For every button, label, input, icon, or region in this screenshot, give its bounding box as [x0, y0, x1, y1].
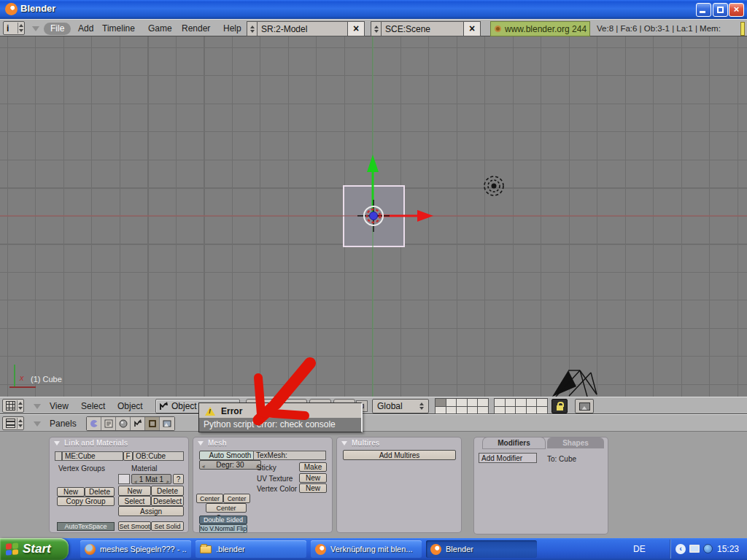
mesh-browse-button[interactable] [55, 451, 62, 461]
panel-header[interactable]: Multires [337, 438, 461, 448]
assign-button[interactable]: Assign [118, 506, 184, 516]
center-new-button[interactable]: Center New [223, 494, 250, 503]
menu-object[interactable]: Object [117, 397, 143, 415]
language-indicator[interactable]: DE [633, 538, 646, 560]
material-delete-button[interactable]: Delete [151, 486, 184, 496]
menu-select[interactable]: Select [81, 397, 105, 415]
deselect-button[interactable]: Deselect [151, 496, 184, 506]
task-shortcut[interactable]: Verknüpfung mit blen... [311, 540, 422, 558]
add-modifier-button[interactable]: Add Modifier [479, 453, 537, 463]
render-preview-button[interactable] [575, 399, 594, 413]
layer-button[interactable] [495, 399, 505, 406]
object-context-button[interactable] [131, 417, 145, 430]
shading-context-button[interactable] [116, 417, 131, 430]
double-sided-toggle[interactable]: Double Sided [199, 516, 247, 524]
screen-browse-button[interactable] [247, 21, 258, 36]
auto-smooth-toggle[interactable]: Auto Smooth [199, 451, 261, 460]
screen-delete-button[interactable]: × [348, 21, 365, 36]
menu-render[interactable]: Render [182, 20, 210, 37]
material-query-button[interactable]: ? [173, 474, 184, 484]
tray-app-icon[interactable] [703, 544, 713, 553]
fake-user-button[interactable]: F [123, 451, 133, 461]
panel-header[interactable]: Link and Materials [50, 438, 188, 448]
viewport-type-button[interactable] [2, 399, 24, 413]
layer-button[interactable] [495, 407, 505, 414]
orientation-dropdown[interactable]: Global [372, 399, 429, 413]
start-button[interactable]: Start [0, 538, 69, 560]
layer-button[interactable] [436, 399, 446, 406]
task-firefox[interactable]: meshes Spiegeln??? - ... [80, 540, 191, 558]
tab-shapes[interactable]: Shapes [547, 438, 604, 448]
layer-button[interactable] [527, 407, 537, 414]
layer-button[interactable] [446, 399, 457, 406]
layer-button[interactable] [436, 407, 446, 414]
panels-menu[interactable]: Panels [50, 415, 77, 432]
layer-button[interactable] [537, 399, 547, 406]
material-stepper[interactable]: ◂1 Mat 1▸ [131, 474, 171, 484]
script-context-button[interactable] [101, 417, 116, 430]
menu-add[interactable]: Add [78, 20, 93, 37]
uv-new-button[interactable]: New [299, 473, 327, 483]
vcol-new-button[interactable]: New [299, 483, 327, 493]
layer-button[interactable] [506, 399, 516, 406]
autotexspace-toggle[interactable]: AutoTexSpace [57, 522, 115, 531]
3d-viewport[interactable]: x (1) Cube [0, 36, 747, 397]
copy-group-button[interactable]: Copy Group [57, 497, 115, 506]
layer-button[interactable] [468, 407, 478, 414]
screen-name-field[interactable]: SR:2-Model [258, 21, 348, 36]
set-solid-button[interactable]: Set Solid [151, 521, 184, 531]
panel-header[interactable]: Mesh [193, 438, 332, 448]
menu-game[interactable]: Game [148, 20, 172, 37]
menu-view[interactable]: View [50, 397, 69, 415]
minimize-button[interactable] [696, 3, 711, 17]
lock-layers-button[interactable] [551, 399, 568, 413]
layer-button[interactable] [506, 407, 516, 414]
object-name-field[interactable]: OB:Cube [133, 451, 184, 461]
texmesh-field[interactable]: TexMesh: [253, 451, 326, 460]
task-folder[interactable]: .blender [196, 540, 306, 558]
layer-button[interactable] [468, 399, 478, 406]
header-collapse-icon[interactable] [34, 404, 41, 409]
window-type-button[interactable]: i [3, 21, 25, 35]
layer-button[interactable] [478, 399, 488, 406]
version-badge[interactable]: www.blender.org 244 [490, 21, 590, 36]
tray-collapse-icon[interactable]: ‹ [676, 544, 686, 554]
menu-timeline[interactable]: Timeline [102, 20, 135, 37]
menu-help[interactable]: Help [223, 20, 241, 37]
cube-object[interactable] [343, 185, 405, 247]
material-new-button[interactable]: New [118, 486, 151, 496]
vgroup-delete-button[interactable]: Delete [85, 487, 115, 497]
header-collapse-icon[interactable] [32, 26, 39, 31]
layer-button[interactable] [516, 407, 526, 414]
menu-file[interactable]: File [44, 23, 71, 35]
layer-button[interactable] [457, 407, 467, 414]
layer-button[interactable] [446, 407, 457, 414]
layer-button[interactable] [537, 407, 547, 414]
task-blender-active[interactable]: Blender [426, 540, 537, 558]
scene-name-field[interactable]: SCE:Scene [382, 21, 464, 36]
tab-modifiers[interactable]: Modifiers [483, 438, 545, 448]
buttons-type-stepper[interactable] [17, 418, 23, 429]
material-color-swatch[interactable] [118, 474, 130, 484]
layer-button[interactable] [527, 399, 537, 406]
layer-button[interactable] [457, 399, 467, 406]
add-multires-button[interactable]: Add Multires [343, 450, 456, 460]
logic-context-button[interactable] [87, 417, 101, 430]
restore-button[interactable] [713, 3, 728, 17]
error-popup[interactable]: Error Python script error: check console [198, 402, 363, 432]
header-collapse-icon[interactable] [34, 421, 41, 427]
center-cursor-button[interactable]: Center Cursor [206, 503, 247, 513]
network-tray-icon[interactable] [689, 545, 700, 553]
buttons-window-type[interactable] [2, 416, 24, 430]
vgroup-new-button[interactable]: New [57, 487, 85, 497]
center-button[interactable]: Center [196, 494, 223, 503]
scene-context-button[interactable] [160, 417, 174, 430]
no-vnormal-flip-toggle[interactable]: No V.Normal Flip [199, 524, 247, 533]
layer-button[interactable] [478, 407, 488, 414]
window-type-stepper[interactable] [18, 23, 23, 34]
viewport-type-stepper[interactable] [17, 400, 23, 411]
degr-slider[interactable]: ◂Degr: 30▸ [199, 460, 261, 470]
scene-delete-button[interactable]: × [464, 21, 481, 36]
mesh-name-field[interactable]: ME:Cube [62, 451, 123, 461]
close-button[interactable]: × [729, 3, 744, 17]
